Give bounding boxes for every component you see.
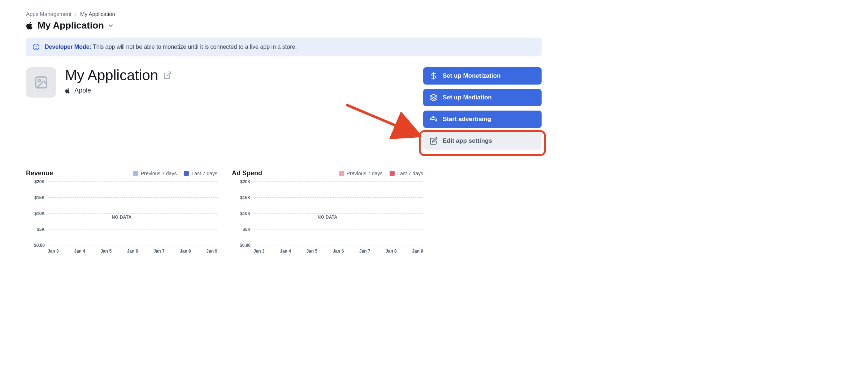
svg-point-2 (36, 48, 36, 49)
breadcrumb-current: My Application (80, 11, 115, 17)
app-name: My Application (65, 67, 172, 83)
legend-item-last: Last 7 days (390, 171, 423, 176)
edit-app-settings-button[interactable]: Edit app settings (423, 132, 542, 150)
legend-item-prev: Previous 7 days (339, 171, 383, 176)
setup-monetization-button[interactable]: Set up Monetization (423, 67, 542, 85)
apple-icon (26, 22, 34, 30)
external-link-icon[interactable] (163, 71, 172, 80)
breadcrumb-separator: / (75, 11, 77, 17)
megaphone-icon (430, 115, 438, 123)
chevron-down-icon (108, 22, 114, 29)
revenue-chart: Revenue Previous 7 days Last 7 days $20K… (26, 169, 217, 254)
legend-item-last: Last 7 days (184, 171, 217, 176)
app-selector-title: My Application (38, 20, 104, 31)
svg-point-4 (38, 80, 41, 82)
chart-legend: Previous 7 days Last 7 days (133, 171, 217, 176)
apple-icon (65, 88, 71, 94)
breadcrumb: Apps Management / My Application (26, 11, 542, 17)
svg-line-8 (347, 105, 416, 134)
action-label: Set up Mediation (443, 94, 492, 101)
no-data-label: NO DATA (318, 215, 338, 220)
adspend-chart: Ad Spend Previous 7 days Last 7 days $20… (232, 169, 423, 254)
banner-text: Developer Mode: This app will not be abl… (45, 44, 297, 50)
action-label: Edit app settings (443, 137, 492, 145)
legend-item-prev: Previous 7 days (133, 171, 177, 176)
info-icon (32, 43, 40, 51)
chart-title: Revenue (26, 169, 53, 177)
app-name-text: My Application (65, 67, 158, 83)
setup-mediation-button[interactable]: Set up Mediation (423, 89, 542, 106)
action-label: Start advertising (443, 116, 491, 123)
app-platform: Apple (65, 87, 172, 94)
app-icon-placeholder (26, 67, 56, 98)
y-axis: $20K $15K $10K $5K $0.00 (48, 181, 217, 245)
start-advertising-button[interactable]: Start advertising (423, 111, 542, 128)
action-label: Set up Monetization (443, 72, 501, 80)
svg-line-5 (167, 72, 171, 76)
x-axis: Jan 3 Jan 4 Jan 5 Jan 6 Jan 7 Jan 8 Jan … (48, 249, 217, 254)
chart-legend: Previous 7 days Last 7 days (339, 171, 423, 176)
app-platform-label: Apple (74, 87, 91, 94)
banner-label: Developer Mode: (45, 44, 91, 50)
breadcrumb-root[interactable]: Apps Management (26, 11, 71, 17)
x-axis: Jan 3 Jan 4 Jan 5 Jan 6 Jan 7 Jan 8 Jan … (253, 249, 423, 254)
y-axis: $20K $15K $10K $5K $0.00 (253, 181, 423, 245)
layers-icon (430, 94, 438, 102)
app-header: My Application Apple (26, 67, 172, 98)
svg-marker-7 (430, 94, 437, 98)
no-data-label: NO DATA (112, 215, 132, 220)
developer-mode-banner: Developer Mode: This app will not be abl… (26, 38, 542, 56)
action-buttons: Set up Monetization Set up Mediation Sta… (423, 67, 542, 150)
arrow-annotation (346, 102, 421, 145)
banner-message: This app will not be able to monetize un… (93, 44, 297, 50)
app-selector[interactable]: My Application (26, 20, 542, 31)
dollar-icon (430, 72, 438, 80)
edit-icon (430, 137, 438, 145)
chart-title: Ad Spend (232, 169, 262, 177)
